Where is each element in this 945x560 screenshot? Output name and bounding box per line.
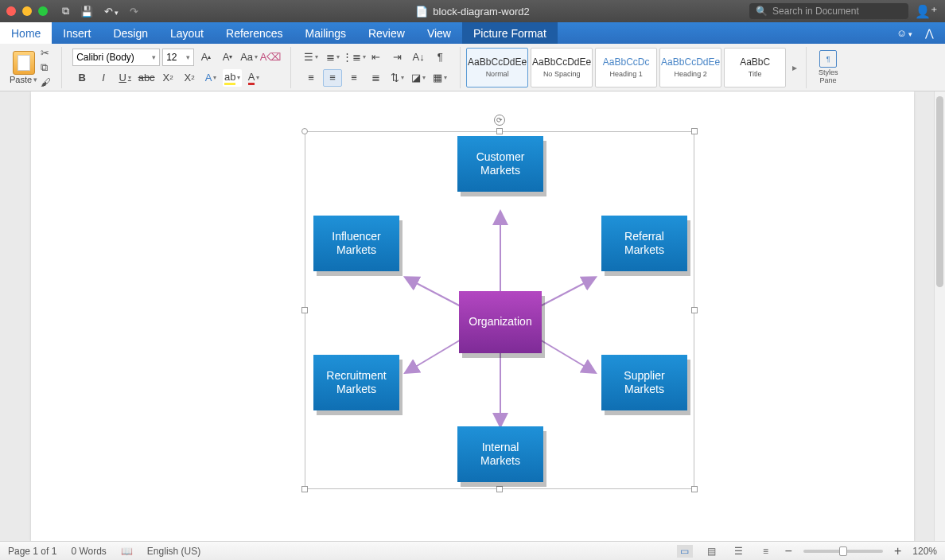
style-title[interactable]: AaBbCTitle: [724, 48, 786, 88]
word-count[interactable]: 0 Words: [71, 546, 106, 557]
document-area[interactable]: ⟳: [0, 91, 945, 541]
shading-button[interactable]: ◪: [409, 69, 428, 87]
copy-icon[interactable]: ⧉: [41, 61, 51, 74]
vertical-scrollbar[interactable]: [934, 91, 945, 541]
rotate-handle-icon[interactable]: ⟳: [494, 115, 505, 126]
clear-formatting-button[interactable]: A⌫: [261, 49, 280, 66]
search-input[interactable]: 🔍 Search in Document: [749, 3, 908, 19]
styles-pane-button[interactable]: ¶ Styles Pane: [812, 48, 844, 88]
style-no-spacing[interactable]: AaBbCcDdEeNo Spacing: [531, 48, 593, 88]
tab-picture-format[interactable]: Picture Format: [462, 22, 558, 44]
titlebar: ⧉ 💾 ↶▾ ↷ 📄 block-diagram-word2 🔍 Search …: [0, 0, 945, 22]
svg-line-4: [409, 339, 462, 371]
picture-selection[interactable]: ⟳: [305, 131, 694, 489]
window-controls: [6, 6, 48, 16]
undo-icon[interactable]: ↶▾: [104, 6, 119, 18]
align-right-button[interactable]: ≡: [344, 69, 364, 87]
node-internal-markets: Internal Markets: [457, 426, 543, 482]
maximize-window-icon[interactable]: [38, 6, 48, 16]
svg-line-2: [409, 279, 462, 307]
change-case-button[interactable]: Aa: [239, 49, 259, 66]
zoom-out-icon[interactable]: −: [785, 544, 792, 558]
bold-button[interactable]: B: [72, 69, 91, 87]
language-indicator[interactable]: English (US): [147, 546, 200, 557]
numbering-button[interactable]: ≣: [323, 49, 342, 66]
multilevel-list-button[interactable]: ⋮≣: [344, 49, 364, 66]
text-effects-button[interactable]: A: [201, 69, 220, 87]
decrease-indent-button[interactable]: ⇤: [366, 49, 385, 66]
outline-view-icon[interactable]: ☰: [731, 545, 747, 558]
save-icon[interactable]: 💾: [80, 6, 93, 18]
autosave-icon[interactable]: ⧉: [62, 5, 69, 18]
font-color-button[interactable]: A: [244, 69, 263, 87]
tab-layout[interactable]: Layout: [159, 22, 215, 44]
print-layout-view-icon[interactable]: ▭: [677, 545, 693, 558]
svg-line-5: [539, 339, 592, 371]
block-diagram: Customer Markets Influencer Markets Refe…: [305, 132, 694, 488]
increase-indent-button[interactable]: ⇥: [387, 49, 406, 66]
bullets-button[interactable]: ☰: [301, 49, 321, 66]
node-referral-markets: Referral Markets: [601, 216, 687, 271]
superscript-button[interactable]: X2: [180, 69, 199, 87]
feedback-icon[interactable]: ☺▾: [896, 27, 912, 39]
tab-insert[interactable]: Insert: [52, 22, 102, 44]
page[interactable]: ⟳: [31, 91, 914, 541]
styles-pane-icon: ¶: [819, 50, 837, 68]
search-icon: 🔍: [756, 6, 768, 17]
subscript-button[interactable]: X2: [158, 69, 177, 87]
svg-line-3: [539, 279, 592, 307]
paste-button[interactable]: Paste▾: [10, 75, 37, 84]
borders-button[interactable]: ▦: [430, 69, 449, 87]
share-icon[interactable]: 👤⁺: [915, 4, 937, 19]
redo-icon[interactable]: ↷: [130, 6, 138, 18]
draft-view-icon[interactable]: ≡: [758, 545, 774, 558]
zoom-level[interactable]: 120%: [912, 546, 937, 557]
font-name-combo[interactable]: Calibri (Body)▾: [72, 49, 160, 66]
styles-more-icon[interactable]: ▸: [789, 62, 800, 73]
align-left-button[interactable]: ≡: [301, 69, 321, 87]
collapse-ribbon-icon[interactable]: ⋀: [925, 27, 934, 39]
show-marks-button[interactable]: ¶: [430, 49, 449, 66]
scrollbar-thumb[interactable]: [936, 96, 943, 287]
strikethrough-button[interactable]: abc: [137, 69, 156, 87]
search-placeholder: Search in Document: [772, 6, 859, 17]
node-customer-markets: Customer Markets: [457, 136, 543, 192]
tab-design[interactable]: Design: [102, 22, 159, 44]
tab-references[interactable]: References: [215, 22, 294, 44]
page-indicator[interactable]: Page 1 of 1: [8, 546, 56, 557]
spellcheck-icon[interactable]: 📖: [121, 546, 133, 557]
grow-font-button[interactable]: A▴: [196, 49, 216, 66]
zoom-slider-thumb[interactable]: [839, 546, 847, 556]
shrink-font-button[interactable]: A▾: [218, 49, 237, 66]
filename: block-diagram-word2: [433, 6, 529, 18]
highlight-button[interactable]: ab: [223, 69, 242, 87]
justify-button[interactable]: ≣: [366, 69, 385, 87]
node-influencer-markets: Influencer Markets: [313, 216, 399, 271]
italic-button[interactable]: I: [94, 69, 113, 87]
tab-home[interactable]: Home: [0, 22, 52, 44]
web-layout-view-icon[interactable]: ▤: [704, 545, 720, 558]
align-center-button[interactable]: ≡: [323, 69, 342, 87]
tab-view[interactable]: View: [416, 22, 462, 44]
format-painter-icon[interactable]: 🖌: [41, 76, 51, 88]
underline-button[interactable]: U: [115, 69, 134, 87]
style-heading-1[interactable]: AaBbCcDcHeading 1: [595, 48, 657, 88]
font-size-combo[interactable]: 12▾: [162, 49, 194, 66]
tab-review[interactable]: Review: [357, 22, 416, 44]
cut-icon[interactable]: ✂: [41, 47, 51, 59]
paste-icon[interactable]: [13, 51, 35, 75]
line-spacing-button[interactable]: ⇅: [387, 69, 406, 87]
close-window-icon[interactable]: [6, 6, 16, 16]
zoom-in-icon[interactable]: +: [894, 544, 901, 558]
node-organization: Organization: [459, 291, 542, 353]
ribbon-tabs: Home Insert Design Layout References Mai…: [0, 22, 945, 44]
styles-gallery[interactable]: AaBbCcDdEeNormalAaBbCcDdEeNo SpacingAaBb…: [466, 48, 786, 88]
tab-mailings[interactable]: Mailings: [294, 22, 357, 44]
minimize-window-icon[interactable]: [22, 6, 32, 16]
sort-button[interactable]: A↓: [409, 49, 428, 66]
word-doc-icon: 📄: [415, 6, 428, 18]
zoom-slider[interactable]: [803, 550, 883, 553]
style-normal[interactable]: AaBbCcDdEeNormal: [466, 48, 528, 88]
style-heading-2[interactable]: AaBbCcDdEeHeading 2: [659, 48, 721, 88]
node-recruitment-markets: Recruitment Markets: [313, 355, 399, 410]
